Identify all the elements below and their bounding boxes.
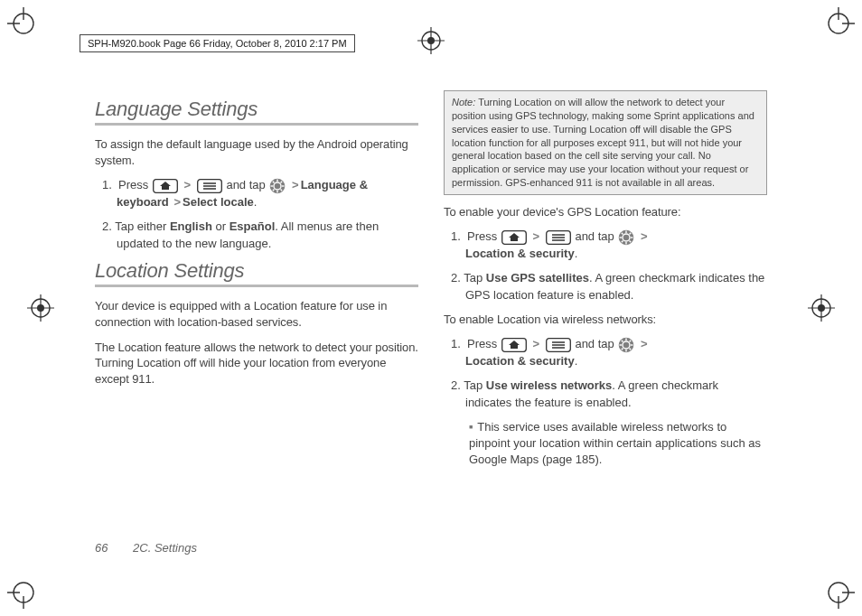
option-use-gps: Use GPS satellites	[486, 271, 589, 285]
option-english: English	[170, 219, 212, 233]
menu-key-icon	[197, 179, 222, 193]
page-number: 66	[95, 541, 108, 555]
text: and tap	[226, 178, 265, 191]
settings-gear-icon	[269, 178, 286, 194]
note-body: Turning Location on will allow the netwo…	[452, 97, 754, 188]
menu-path: Location & security	[465, 247, 575, 260]
settings-gear-icon	[618, 337, 634, 353]
text: Press	[467, 337, 497, 350]
home-key-icon	[153, 179, 178, 193]
paragraph: The Location feature allows the network …	[95, 340, 418, 387]
column-right: Note: Turning Location on will allow the…	[444, 90, 767, 562]
chevron-icon: >	[184, 178, 192, 191]
settings-gear-icon	[618, 229, 634, 246]
chevron-icon: >	[641, 229, 648, 243]
section-label: 2C. Settings	[133, 541, 197, 555]
heading-rule	[95, 123, 418, 126]
home-key-icon	[501, 338, 527, 352]
step-2: 2. Tap either English or Español. All me…	[95, 219, 418, 253]
step-2: 2. Tap Use GPS satellites. A green check…	[444, 270, 767, 304]
column-left: Language Settings To assign the default …	[95, 90, 418, 562]
step-2: 2. Tap Use wireless networks. A green ch…	[444, 378, 767, 412]
menu-path: Select locale	[183, 195, 254, 209]
steps-gps: 1. Press > and tap > Location & security…	[444, 229, 767, 303]
page-body: Language Settings To assign the default …	[95, 90, 767, 562]
paragraph: To enable your device's GPS Location fea…	[444, 204, 767, 220]
paragraph: To assign the default language used by t…	[95, 136, 418, 168]
text: Tap	[464, 378, 486, 392]
step-1: 1. Press > and tap >Language & keyboard …	[95, 177, 418, 211]
text: Press	[118, 178, 148, 191]
chevron-icon: >	[173, 195, 181, 209]
option-use-wireless: Use wireless networks	[486, 378, 612, 392]
steps-wireless: 1. Press > and tap > Location & security…	[444, 336, 767, 411]
steps-language: 1. Press > and tap >Language & keyboard …	[95, 177, 418, 252]
text: and tap	[575, 337, 614, 350]
step-1: 1. Press > and tap > Location & security…	[444, 336, 767, 370]
chevron-icon: >	[533, 229, 540, 243]
menu-path: Location & security	[465, 354, 575, 368]
option-espanol: Español	[230, 219, 276, 233]
registration-mark-icon	[27, 294, 54, 322]
sub-bullet: This service uses available wireless net…	[444, 419, 767, 469]
page-footer: 66 2C. Settings	[95, 541, 197, 555]
text: and tap	[575, 229, 614, 243]
text: or	[212, 219, 230, 233]
heading-language-settings: Language Settings	[95, 98, 418, 121]
text: Press	[467, 229, 497, 243]
home-key-icon	[501, 230, 527, 245]
heading-rule	[95, 285, 418, 287]
step-1: 1. Press > and tap > Location & security…	[444, 229, 767, 263]
text: Tap either	[115, 219, 170, 233]
crop-mark-icon	[7, 576, 40, 609]
paragraph: To enable Location via wireless networks…	[444, 312, 767, 328]
menu-key-icon	[546, 230, 571, 245]
crop-mark-icon	[7, 7, 40, 40]
note-box: Note: Turning Location on will allow the…	[444, 90, 767, 195]
note-label: Note:	[452, 97, 475, 107]
crop-mark-icon	[822, 576, 855, 609]
menu-key-icon	[546, 338, 571, 352]
pdf-header-stamp: SPH-M920.book Page 66 Friday, October 8,…	[80, 34, 355, 52]
registration-mark-icon	[417, 27, 445, 54]
chevron-icon: >	[641, 337, 648, 350]
heading-location-settings: Location Settings	[95, 259, 418, 283]
registration-mark-icon	[808, 294, 835, 322]
chevron-icon: >	[292, 178, 299, 191]
paragraph: Your device is equipped with a Location …	[95, 298, 418, 330]
crop-mark-icon	[822, 7, 855, 40]
text: Tap	[464, 271, 486, 285]
chevron-icon: >	[533, 337, 540, 350]
